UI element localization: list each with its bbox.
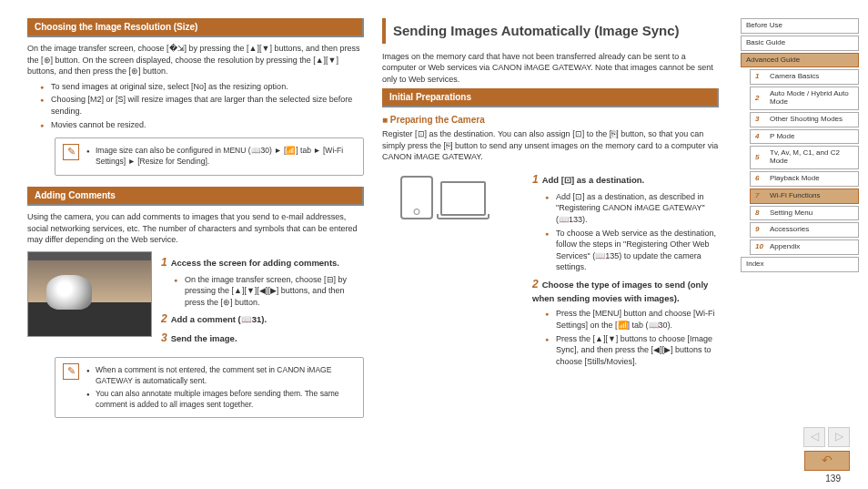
- bullet: Choosing [M2] or [S] will resize images …: [44, 94, 364, 117]
- step-bullet: Press the [▲][▼] buttons to choose [Imag…: [549, 333, 719, 368]
- toc-sub-item-3[interactable]: 3Other Shooting Modes: [750, 112, 859, 127]
- toc-sub-label: Other Shooting Modes: [770, 116, 843, 124]
- step-number: 1: [161, 256, 167, 269]
- toc-sub-item-4[interactable]: 4P Mode: [750, 129, 859, 145]
- tablet-icon: [400, 176, 433, 219]
- pencil-icon: ✎: [63, 144, 79, 160]
- step-bullet: Add [⊡] as a destination, as described i…: [549, 191, 719, 226]
- bullet: Movies cannot be resized.: [44, 119, 364, 131]
- toc-sub-item-9[interactable]: 9Accessories: [750, 222, 859, 238]
- toc-sub-number: 5: [755, 154, 770, 162]
- note-bullet: Image size can also be configured in MEN…: [86, 146, 358, 168]
- paragraph: Register [⊡] as the destination. You can…: [382, 128, 719, 163]
- toc-sub-number: 7: [755, 192, 770, 200]
- note-bullet: When a comment is not entered, the comme…: [86, 365, 358, 387]
- toc-sub-label: Wi-Fi Functions: [770, 192, 821, 200]
- toc-sub-label: Tv, Av, M, C1, and C2 Mode: [770, 149, 853, 166]
- note-bullet: You can also annotate multiple images be…: [86, 389, 358, 411]
- section-header-initial: Initial Preparations: [382, 88, 719, 107]
- paragraph: Images on the memory card that have not …: [382, 51, 719, 86]
- toc-sub-item-10[interactable]: 10Appendix: [750, 239, 859, 255]
- paragraph: Using the camera, you can add comments t…: [27, 211, 364, 246]
- paragraph: On the image transfer screen, choose [�⇲…: [27, 43, 364, 77]
- toc-sub-label: Accessories: [770, 226, 809, 234]
- toc-sub-label: P Mode: [770, 133, 794, 141]
- step-title: Send the image.: [171, 333, 237, 343]
- toc-sub-number: 9: [755, 226, 770, 234]
- toc-sub-label: Playback Mode: [770, 175, 820, 183]
- toc-sub-item-2[interactable]: 2Auto Mode / Hybrid Auto Mode: [750, 87, 859, 110]
- toc-item-advanced-guide[interactable]: Advanced Guide: [741, 53, 859, 68]
- step-number: 1: [532, 173, 539, 186]
- note-box: ✎ When a comment is not entered, the com…: [55, 357, 364, 419]
- toc-sub-label: Appendix: [770, 243, 800, 251]
- toc-sub-label: Camera Basics: [770, 73, 819, 81]
- toc-item-index[interactable]: Index: [741, 257, 859, 272]
- step-bullet: Press the [MENU] button and choose [Wi-F…: [549, 308, 719, 331]
- note-box: ✎ Image size can also be configured in M…: [55, 138, 364, 176]
- toc-item-before-use[interactable]: Before Use: [741, 18, 859, 34]
- step-title: Add a comment (📖31).: [171, 314, 267, 324]
- step-bullet: To choose a Web service as the destinati…: [549, 228, 719, 273]
- bullet: To send images at original size, select …: [44, 81, 364, 93]
- toc-sub-item-5[interactable]: 5Tv, Av, M, C1, and C2 Mode: [750, 146, 859, 169]
- step-title: Add [⊡] as a destination.: [542, 175, 645, 185]
- next-page-button[interactable]: ▷: [828, 427, 850, 447]
- toc-sub-number: 1: [755, 73, 770, 81]
- section-header-resolution: Choosing the Image Resolution (Size): [27, 18, 364, 37]
- toc-sub-label: Auto Mode / Hybrid Auto Mode: [770, 90, 853, 107]
- section-header-comments: Adding Comments: [27, 187, 364, 206]
- toc-sub-number: 3: [755, 116, 770, 124]
- toc-sub-label: Setting Menu: [770, 209, 812, 218]
- page-number: 139: [825, 474, 841, 484]
- toc-sub-number: 2: [755, 95, 770, 103]
- step-number: 3: [161, 331, 167, 344]
- return-button[interactable]: ↶: [804, 451, 850, 471]
- step-title: Access the screen for adding comments.: [171, 258, 339, 268]
- page-title: Sending Images Automatically (Image Sync…: [382, 18, 719, 44]
- toc-sidebar: Before Use Basic Guide Advanced Guide 1C…: [741, 18, 859, 429]
- toc-sub-item-1[interactable]: 1Camera Basics: [750, 69, 859, 85]
- toc-sub-item-8[interactable]: 8Setting Menu: [750, 206, 859, 221]
- step-number: 2: [161, 312, 167, 325]
- laptop-icon: [440, 181, 486, 216]
- camera-screenshot: [27, 251, 152, 337]
- step-bullet: On the image transfer screen, choose [⊟]…: [177, 274, 364, 309]
- toc-sub-number: 4: [755, 133, 770, 141]
- pencil-icon: ✎: [63, 363, 79, 380]
- toc-sub-number: 10: [755, 243, 770, 251]
- step-number: 2: [532, 278, 539, 290]
- step-title: Choose the type of images to send (only …: [532, 280, 708, 303]
- toc-sub-item-6[interactable]: 6Playback Mode: [750, 171, 859, 187]
- prev-page-button[interactable]: ◁: [803, 427, 825, 447]
- toc-sub-item-7[interactable]: 7Wi-Fi Functions: [750, 188, 859, 204]
- toc-item-basic-guide[interactable]: Basic Guide: [741, 36, 859, 51]
- toc-sub-number: 8: [755, 209, 770, 218]
- sub-heading: Preparing the Camera: [382, 115, 719, 125]
- toc-sub-number: 6: [755, 175, 770, 183]
